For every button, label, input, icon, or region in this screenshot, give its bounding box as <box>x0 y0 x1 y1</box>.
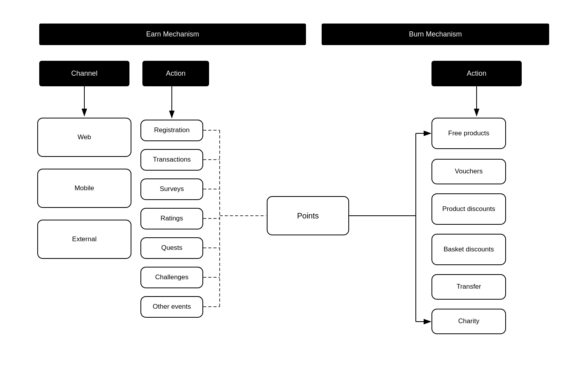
action-transactions: Transactions <box>140 149 203 171</box>
action-challenges: Challenges <box>140 267 203 288</box>
action-other-events: Other events <box>140 296 203 318</box>
burn-transfer: Transfer <box>431 274 506 300</box>
action-ratings: Ratings <box>140 208 203 229</box>
action-registration: Registration <box>140 120 203 141</box>
channel-label-text: Channel <box>71 69 97 78</box>
label-action-earn: Action <box>142 61 209 86</box>
banner-burn-label: Burn Mechanism <box>409 30 462 38</box>
burn-product-discounts: Product discounts <box>431 193 506 225</box>
action-earn-label-text: Action <box>166 69 186 78</box>
action-surveys: Surveys <box>140 178 203 200</box>
action-quests: Quests <box>140 237 203 259</box>
label-channel: Channel <box>39 61 129 86</box>
burn-free-products: Free products <box>431 118 506 149</box>
burn-charity: Charity <box>431 309 506 334</box>
diagram-container: Earn Mechanism Burn Mechanism Channel Ac… <box>0 0 588 373</box>
label-action-burn: Action <box>431 61 522 86</box>
burn-vouchers: Vouchers <box>431 159 506 184</box>
banner-earn-label: Earn Mechanism <box>146 30 199 38</box>
channel-external: External <box>37 220 131 259</box>
banner-earn: Earn Mechanism <box>39 24 306 45</box>
action-burn-label-text: Action <box>467 69 486 78</box>
banner-burn: Burn Mechanism <box>322 24 549 45</box>
channel-mobile: Mobile <box>37 169 131 208</box>
points-box: Points <box>267 196 349 235</box>
burn-basket-discounts: Basket discounts <box>431 234 506 265</box>
channel-web: Web <box>37 118 131 157</box>
